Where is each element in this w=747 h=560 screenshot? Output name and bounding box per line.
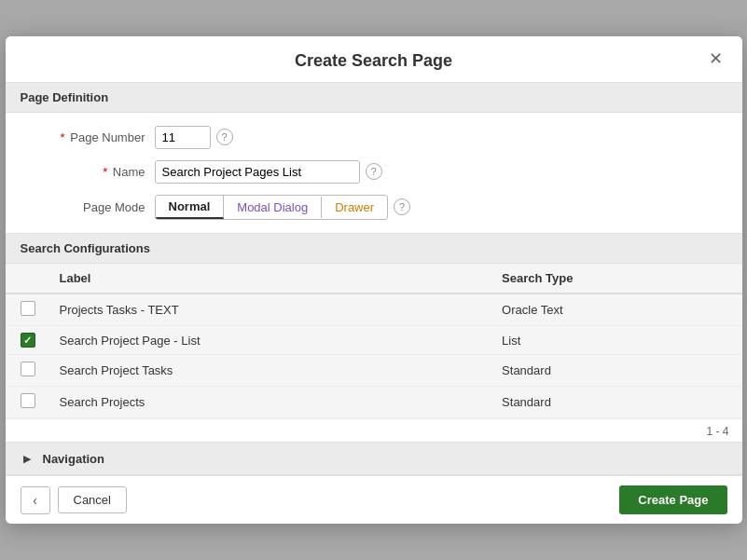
name-input[interactable] bbox=[155, 160, 360, 184]
row-label: Projects Tasks - TEXT bbox=[50, 294, 493, 326]
page-mode-normal-button[interactable]: Normal bbox=[156, 196, 225, 219]
close-button[interactable]: ✕ bbox=[703, 46, 729, 72]
row-label: Search Project Tasks bbox=[50, 355, 493, 387]
page-mode-drawer-button[interactable]: Drawer bbox=[322, 197, 387, 218]
page-number-input[interactable] bbox=[155, 126, 211, 149]
row-search-type: Standard bbox=[492, 387, 741, 418]
search-configurations-section: Search Configurations Label Search Type … bbox=[6, 234, 742, 444]
navigation-section-header[interactable]: ▶ Navigation bbox=[6, 443, 742, 474]
row-search-type: List bbox=[492, 325, 741, 355]
navigation-section: ▶ Navigation bbox=[6, 443, 742, 475]
row-checkbox[interactable] bbox=[21, 333, 35, 348]
cancel-button[interactable]: Cancel bbox=[58, 486, 127, 513]
modal-title: Create Search Page bbox=[295, 51, 452, 70]
config-table: Label Search Type Projects Tasks - TEXTO… bbox=[6, 264, 742, 419]
table-row: Search ProjectsStandard bbox=[6, 387, 742, 418]
row-checkbox-cell bbox=[6, 387, 50, 418]
page-definition-section: Page Definition * Page Number ? * Name bbox=[6, 83, 742, 234]
row-checkbox[interactable] bbox=[21, 362, 35, 376]
page-mode-modal-dialog-button[interactable]: Modal Dialog bbox=[224, 197, 322, 218]
row-search-type: Oracle Text bbox=[492, 294, 741, 326]
table-row: Search Project TasksStandard bbox=[6, 355, 742, 387]
col-header-checkbox bbox=[6, 264, 50, 294]
prev-icon: ‹ bbox=[33, 493, 37, 508]
row-label: Search Projects bbox=[50, 387, 493, 418]
row-search-type: Standard bbox=[492, 355, 741, 387]
modal-footer: ‹ Cancel Create Page bbox=[6, 475, 742, 524]
table-row: Search Project Page - ListList bbox=[6, 325, 742, 355]
page-mode-label: Page Mode bbox=[24, 200, 145, 214]
page-definition-body: * Page Number ? * Name ? bbox=[6, 113, 742, 233]
modal-dialog-container: Create Search Page ✕ Page Definition * P… bbox=[6, 36, 742, 525]
footer-left: ‹ Cancel bbox=[21, 486, 127, 514]
row-checkbox-cell bbox=[6, 294, 50, 326]
col-header-label: Label bbox=[50, 264, 493, 294]
required-star: * bbox=[61, 130, 65, 144]
prev-button[interactable]: ‹ bbox=[21, 486, 50, 514]
create-page-button[interactable]: Create Page bbox=[619, 485, 726, 514]
row-checkbox[interactable] bbox=[21, 393, 35, 408]
pagination-info: 1 - 4 bbox=[6, 418, 742, 442]
name-label: * Name bbox=[24, 165, 145, 179]
navigation-label: Navigation bbox=[43, 452, 104, 466]
page-mode-group: Normal Modal Dialog Drawer bbox=[155, 195, 389, 220]
config-table-header-row: Label Search Type bbox=[6, 264, 742, 294]
col-header-search-type: Search Type bbox=[492, 264, 741, 294]
page-mode-help-icon[interactable]: ? bbox=[394, 198, 410, 215]
config-table-wrap: Label Search Type Projects Tasks - TEXTO… bbox=[6, 264, 742, 443]
page-mode-row: Page Mode Normal Modal Dialog Drawer ? bbox=[24, 195, 724, 220]
row-label: Search Project Page - List bbox=[50, 325, 493, 355]
modal-overlay: Create Search Page ✕ Page Definition * P… bbox=[0, 0, 747, 560]
row-checkbox[interactable] bbox=[21, 301, 35, 316]
required-star-name: * bbox=[103, 165, 107, 179]
name-row: * Name ? bbox=[24, 160, 724, 184]
page-number-label: * Page Number bbox=[24, 130, 145, 144]
navigation-arrow-icon: ▶ bbox=[19, 450, 35, 467]
row-checkbox-cell bbox=[6, 325, 50, 355]
name-help-icon[interactable]: ? bbox=[366, 163, 382, 180]
page-number-row: * Page Number ? bbox=[24, 126, 724, 149]
search-configurations-header: Search Configurations bbox=[6, 234, 742, 264]
page-definition-header: Page Definition bbox=[6, 83, 742, 113]
table-row: Projects Tasks - TEXTOracle Text bbox=[6, 294, 742, 326]
row-checkbox-cell bbox=[6, 355, 50, 387]
page-number-help-icon[interactable]: ? bbox=[216, 129, 233, 145]
modal-header: Create Search Page ✕ bbox=[6, 36, 742, 83]
